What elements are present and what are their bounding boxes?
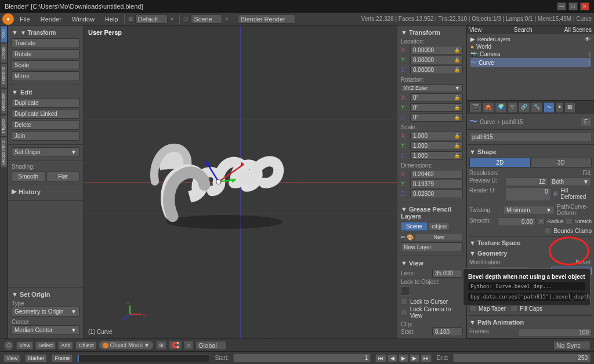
- rotate-btn[interactable]: Rotate: [12, 49, 79, 59]
- global-dropdown[interactable]: Global: [195, 341, 227, 350]
- scale-btn[interactable]: Scale: [12, 60, 79, 70]
- tab-material[interactable]: ●: [555, 102, 564, 113]
- menu-render[interactable]: Render: [36, 14, 66, 24]
- prev-frame-btn[interactable]: ◀: [387, 354, 397, 362]
- menu-help[interactable]: Help: [100, 14, 123, 24]
- type-value[interactable]: Geometry to Origin ▼: [12, 307, 79, 316]
- tab-render[interactable]: 🎬: [469, 102, 481, 113]
- set-origin-btn[interactable]: Set Origin ▼: [12, 147, 79, 157]
- scene-btn[interactable]: Scene: [401, 222, 428, 231]
- next-frame-btn[interactable]: ▶: [410, 354, 419, 362]
- 3d-btn[interactable]: 3D: [531, 158, 592, 168]
- loc-z-field[interactable]: 0.00000 🔒: [410, 65, 463, 74]
- flat-btn[interactable]: Flat: [46, 172, 80, 181]
- smooth-field[interactable]: 0.00: [498, 217, 535, 226]
- window-controls[interactable]: — □ ✕: [557, 2, 589, 10]
- eval-field[interactable]: 0.000: [518, 338, 592, 338]
- menu-file[interactable]: File: [15, 14, 35, 24]
- tab-tools[interactable]: Tools: [0, 26, 8, 43]
- tab-object[interactable]: ▽: [508, 102, 517, 113]
- radius-check[interactable]: ✓: [538, 218, 545, 225]
- field-lock-y: 🔒: [454, 57, 460, 63]
- mirror-btn[interactable]: Mirror: [12, 71, 79, 81]
- duplicate-linked-btn[interactable]: Duplicate Linked: [12, 109, 79, 119]
- tab-data[interactable]: 〜: [544, 102, 555, 113]
- play-btn[interactable]: ▶: [399, 354, 408, 362]
- maximize-btn[interactable]: □: [568, 2, 578, 10]
- smooth-btn[interactable]: Smooth: [12, 172, 45, 181]
- frames-field[interactable]: 100: [518, 328, 592, 337]
- tab-scene[interactable]: 🎪: [482, 102, 494, 113]
- skip-end-btn[interactable]: ⏭: [421, 354, 432, 362]
- rot-y-field[interactable]: 0° 🔒: [410, 103, 463, 112]
- tab-world[interactable]: 🌍: [495, 102, 507, 113]
- end-field[interactable]: 250: [453, 354, 591, 362]
- lock-camera-checkbox[interactable]: [401, 309, 408, 316]
- view-btn-bottom[interactable]: View: [16, 341, 33, 350]
- loc-x-field[interactable]: 0.00000 🔒: [410, 46, 463, 54]
- tab-texture[interactable]: ▦: [564, 102, 575, 113]
- rot-z-field[interactable]: 0° 🔒: [410, 113, 463, 122]
- layout-dropdown[interactable]: Default: [135, 14, 168, 24]
- close-btn[interactable]: ✕: [580, 2, 589, 10]
- lock-cursor-row: Lock to Cursor: [401, 298, 463, 305]
- render-u-field[interactable]: 0: [505, 187, 551, 201]
- tab-physics[interactable]: Physics: [0, 115, 8, 137]
- scale-y-field[interactable]: 1.000 🔒: [410, 141, 463, 150]
- no-sync-dropdown[interactable]: No Sync: [553, 341, 591, 350]
- object-btn-bottom[interactable]: Object: [75, 341, 96, 350]
- preview-u-field[interactable]: 12: [505, 177, 548, 186]
- twisting-field[interactable]: Minimum ▼: [504, 206, 555, 214]
- 2d-btn[interactable]: 2D: [469, 158, 531, 168]
- start-field[interactable]: 1: [233, 354, 371, 362]
- stretch-check[interactable]: [566, 218, 573, 225]
- curve-name-field[interactable]: path815: [469, 132, 592, 142]
- eye-icon[interactable]: 👁: [585, 36, 591, 42]
- object-btn[interactable]: Object: [429, 222, 450, 231]
- loc-y-field[interactable]: 0.00000 🔒: [410, 56, 463, 64]
- res-fill-header: Resolution: Fill:: [469, 170, 592, 176]
- add-btn-bottom[interactable]: Add: [58, 341, 73, 350]
- bounds-clamp-check[interactable]: [544, 227, 551, 234]
- duplicate-btn[interactable]: Duplicate: [12, 98, 79, 108]
- join-btn[interactable]: Join: [12, 131, 79, 141]
- viewport[interactable]: User Persp: [84, 26, 397, 338]
- timeline-marker[interactable]: Marker: [25, 354, 47, 362]
- lens-field[interactable]: 35.000: [432, 269, 463, 278]
- layout-arrow: ✕: [170, 16, 175, 22]
- menu-window[interactable]: Window: [67, 14, 99, 24]
- tab-grease-pencil[interactable]: Grease Pencil: [0, 137, 8, 168]
- new-btn[interactable]: New: [415, 233, 463, 241]
- delete-btn[interactable]: Delete: [12, 120, 79, 130]
- scale-x-field[interactable]: 1.000 🔒: [410, 132, 463, 140]
- f-button[interactable]: F: [580, 118, 592, 126]
- tab-create[interactable]: Create: [0, 43, 8, 63]
- mode-dropdown[interactable]: Object Mode ▼: [99, 341, 154, 350]
- clip-start-field[interactable]: 0.100: [432, 327, 463, 336]
- engine-dropdown[interactable]: Blender Render: [238, 14, 295, 24]
- tab-constraints[interactable]: 🔗: [518, 102, 530, 113]
- fill-field[interactable]: Both ▼: [549, 177, 592, 186]
- skip-start-btn[interactable]: ⏮: [375, 354, 386, 362]
- lock-cursor-checkbox[interactable]: [401, 298, 408, 305]
- rot-x-field[interactable]: 0° 🔒: [410, 93, 463, 102]
- shape-title: ▼ Shape: [469, 147, 592, 158]
- minimize-btn[interactable]: —: [557, 2, 566, 10]
- scene-dropdown[interactable]: Scene: [191, 14, 222, 24]
- tab-relations[interactable]: Relations: [0, 63, 8, 88]
- scale-z-field[interactable]: 1.000 🔒: [410, 151, 463, 160]
- dim-x-field[interactable]: 0.20462: [410, 170, 463, 179]
- translate-btn[interactable]: Traelate: [12, 38, 79, 48]
- select-btn-bottom[interactable]: Select: [35, 341, 56, 350]
- rot-mode-field[interactable]: XYZ Euler ▼: [401, 84, 463, 92]
- timeline-frame[interactable]: Frame: [52, 354, 73, 362]
- center-value[interactable]: Median Center ▼: [12, 325, 79, 335]
- dim-y-field[interactable]: 0.19379: [410, 180, 463, 188]
- tab-modifier[interactable]: 🔧: [531, 102, 543, 113]
- dim-z-field[interactable]: 0.02600: [410, 190, 463, 198]
- tab-animation[interactable]: Animation: [0, 89, 8, 115]
- timeline-view[interactable]: View: [3, 354, 20, 362]
- fill-deformed-check[interactable]: ✓: [552, 190, 559, 197]
- new-layer-btn[interactable]: New Layer: [401, 242, 463, 252]
- timeline-track[interactable]: [77, 354, 210, 362]
